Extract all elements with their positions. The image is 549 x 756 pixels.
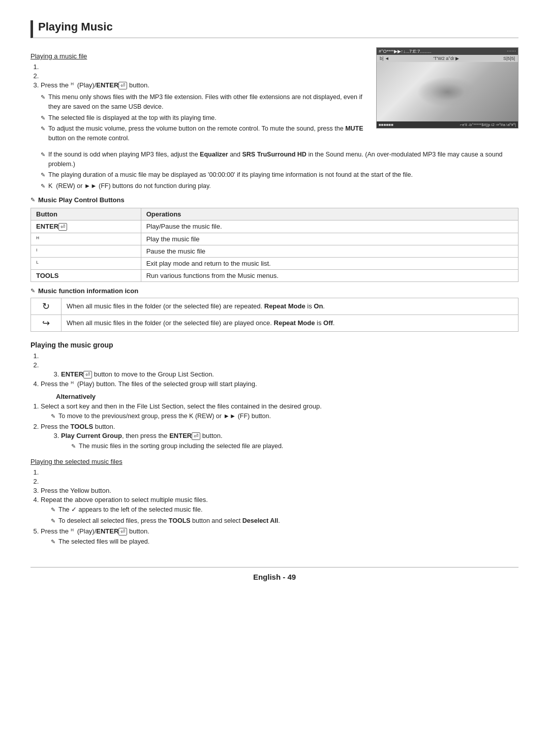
device-screenshot: #°O****▶▶↑↓...7:E:7......... ⋯⋯ b| ◄ 'T'… (376, 47, 518, 129)
note-icon-6: ✎ (41, 182, 45, 191)
device-status-left: #°O****▶▶↑↓...7:E:7......... (379, 49, 432, 54)
playing-music-file-content: Playing a music file Press the ᴴ (Play)/… (30, 47, 366, 145)
table-row: TOOLS Run various functions from the Mus… (31, 269, 518, 281)
device-bottom-left: ■■■■■■ (379, 122, 393, 127)
col-operations: Operations (141, 208, 518, 220)
page-title: Playing Music (30, 20, 518, 38)
music-play-control-title: Music Play Control Buttons (38, 196, 125, 204)
note-icon-5: ✎ (41, 171, 45, 179)
playing-music-file-section: Playing a music file Press the ᴴ (Play)/… (30, 47, 518, 145)
alt-note-1: ✎ To move to the previous/next group, pr… (51, 412, 518, 421)
note-text-6: K (REW) or ►► (FF) buttons do not functi… (48, 181, 518, 191)
device-mid-right: S|5|5| (503, 56, 515, 61)
selected-step-4: Repeat the above operation to select mul… (41, 496, 518, 526)
selected-note-text-4b: To deselect all selected files, press th… (58, 516, 518, 526)
table-row: ENTER⏎ Play/Pause the music file. (31, 220, 518, 233)
device-mid-center: 'T'W2 a°dr ▶ (433, 56, 459, 61)
group-step-3: ENTER⏎ button to move to the Group List … (61, 370, 518, 379)
btn-exit: ᴸ (31, 257, 141, 269)
op-tools: Run various functions from the Music men… (141, 269, 518, 281)
alt-step-2: Press the TOOLS button. (41, 423, 518, 430)
note-equalizer: ✎ If the sound is odd when playing MP3 f… (41, 150, 518, 169)
note-volume: ✎ To adjust the music volume, press the … (41, 124, 366, 143)
note-text-4: If the sound is odd when playing MP3 fil… (48, 150, 518, 169)
col-button: Button (31, 208, 141, 220)
footer-text: English - 49 (253, 573, 296, 581)
playing-music-group-title: Playing the music group (30, 341, 518, 349)
playing-music-file-steps: Press the ᴴ (Play)/ENTER⏎ button. (30, 63, 366, 89)
alt-note-text-1: To move to the previous/next group, pres… (58, 412, 518, 421)
alt-step-1: Select a sort key and then in the File L… (41, 402, 518, 421)
icon-repeat-on-text: When all music files in the folder (or t… (62, 298, 518, 314)
note-mp3-extension: ✎ This menu only shows files with the MP… (41, 92, 366, 112)
music-function-icon-section: ✎ Music function information icon ↻ When… (30, 287, 518, 332)
note-duration: ✎ The playing duration of a music file m… (41, 170, 518, 180)
music-function-icon-title: Music function information icon (38, 287, 138, 295)
note-text-3: To adjust the music volume, press the vo… (48, 124, 366, 143)
playing-music-file-title: Playing a music file (30, 52, 366, 60)
selected-note-icon-4b: ✎ (51, 517, 55, 525)
music-play-control-section: ✎ Music Play Control Buttons Button Oper… (30, 196, 518, 282)
note-selected-file: ✎ The selected file is displayed at the … (41, 113, 366, 123)
alt-step-3: Play Current Group, then press the ENTER… (61, 432, 518, 451)
table-row: ᴸ Exit play mode and return to the music… (31, 257, 518, 269)
selected-step-1 (41, 468, 518, 476)
footer: English - 49 (30, 567, 518, 581)
step-1 (41, 63, 366, 71)
selected-note-icon-4a: ✎ (51, 506, 55, 514)
op-play: Play the music file (141, 233, 518, 245)
device-mid-bar: b| ◄ 'T'W2 a°dr ▶ S|5|5| (377, 55, 518, 62)
icon-row-repeat-on: ↻ When all music files in the folder (or… (31, 298, 518, 314)
music-wave-visual (417, 77, 478, 107)
table-row: ᴵ Pause the music file (31, 245, 518, 257)
op-exit: Exit play mode and return to the music l… (141, 257, 518, 269)
op-enter: Play/Pause the music file. (141, 220, 518, 233)
note-text-5: The playing duration of a music file may… (48, 170, 518, 180)
playing-selected-files-steps: Press the Yellow button. Repeat the abov… (30, 468, 518, 546)
icon-row-repeat-off: ↪ When all music files in the folder (or… (31, 314, 518, 331)
note-icon-control: ✎ (30, 197, 35, 203)
btn-play: ᴴ (31, 233, 141, 245)
playing-selected-files-title: Playing the selected music files (30, 458, 518, 465)
note-icon-4: ✎ (41, 150, 45, 159)
device-bottom-bar: ■■■■■■ ⌐e'il -b°*****$#||p i2 ⇒⁰#a↑a⁰¥⁰| (377, 121, 518, 128)
op-pause: Pause the music file (141, 245, 518, 257)
selected-note-text-5: The selected files will be played. (58, 537, 518, 547)
device-mid-left: b| ◄ (380, 56, 389, 61)
alt-note-icon-2: ✎ (71, 442, 76, 451)
icon-repeat-off-text: When all music files in the folder (or t… (62, 314, 518, 331)
selected-step-3: Press the Yellow button. (41, 487, 518, 494)
btn-tools: TOOLS (31, 269, 141, 281)
alternatively-label: Alternatively (56, 393, 518, 400)
group-step-1 (41, 352, 518, 360)
table-row: ᴴ Play the music file (31, 233, 518, 245)
note-icon-1: ✎ (41, 93, 45, 102)
music-play-control-header: ✎ Music Play Control Buttons (30, 196, 518, 204)
device-status-right: ⋯⋯ (507, 49, 516, 54)
note-icon-function: ✎ (30, 288, 35, 294)
music-function-icon-table: ↻ When all music files in the folder (or… (30, 298, 518, 332)
alt-note-text-2: The music files in the sorting group inc… (79, 442, 518, 451)
music-play-control-table: Button Operations ENTER⏎ Play/Pause the … (30, 208, 518, 282)
group-step-2 (41, 361, 518, 369)
note-text-1: This menu only shows files with the MP3 … (48, 92, 366, 112)
selected-note-4a: ✎ The ✓ appears to the left of the selec… (51, 505, 518, 515)
selected-note-5: ✎ The selected files will be played. (51, 537, 518, 547)
selected-note-icon-5: ✎ (51, 538, 55, 546)
music-function-icon-header: ✎ Music function information icon (30, 287, 518, 295)
playing-music-group-section: Playing the music group ENTER⏎ button to… (30, 341, 518, 451)
alt-note-icon-1: ✎ (51, 412, 55, 421)
step-2 (41, 72, 366, 80)
device-screenshot-area: #°O****▶▶↑↓...7:E:7......... ⋯⋯ b| ◄ 'T'… (376, 47, 518, 129)
playing-music-group-steps: ENTER⏎ button to move to the Group List … (30, 352, 518, 388)
icon-repeat-off: ↪ (31, 314, 62, 331)
btn-pause: ᴵ (31, 245, 141, 257)
selected-step-5: Press the ᴴ (Play)/ENTER⏎ button. ✎ The … (41, 527, 518, 547)
btn-enter: ENTER⏎ (31, 220, 141, 233)
playing-selected-files-section: Playing the selected music files Press t… (30, 458, 518, 546)
step-3: Press the ᴴ (Play)/ENTER⏎ button. (41, 81, 366, 89)
device-content (377, 62, 518, 121)
note-rew-ff: ✎ K (REW) or ►► (FF) buttons do not func… (41, 181, 518, 191)
icon-repeat-on: ↻ (31, 298, 62, 314)
alternatively-steps: Select a sort key and then in the File L… (30, 402, 518, 451)
